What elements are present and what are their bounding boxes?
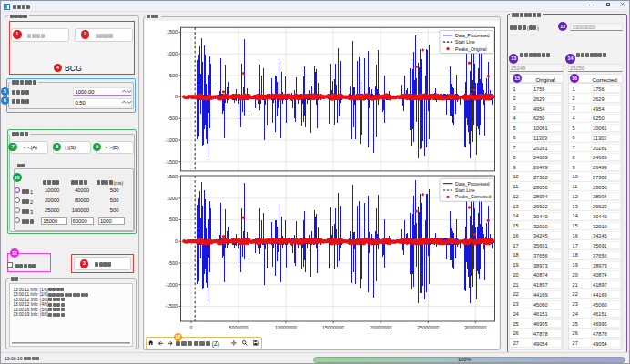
svg-text:1000: 1000 bbox=[167, 196, 178, 201]
svg-text:-500: -500 bbox=[168, 260, 178, 266]
svg-text:Peaks_Original: Peaks_Original bbox=[455, 46, 487, 52]
svg-text:-1000: -1000 bbox=[165, 282, 178, 288]
svg-text:1500: 1500 bbox=[167, 174, 178, 179]
svg-text:Peaks_Corrected: Peaks_Corrected bbox=[455, 194, 492, 199]
svg-text:0: 0 bbox=[175, 238, 178, 244]
svg-text:0: 0 bbox=[175, 94, 178, 99]
svg-text:-1500: -1500 bbox=[165, 303, 178, 308]
svg-text:25000000: 25000000 bbox=[417, 325, 439, 330]
svg-text:500: 500 bbox=[169, 73, 178, 78]
svg-text:-1500: -1500 bbox=[165, 159, 178, 165]
svg-text:5000000: 5000000 bbox=[229, 325, 248, 330]
svg-text:Data_Processed: Data_Processed bbox=[455, 33, 490, 38]
svg-text:10000000: 10000000 bbox=[275, 325, 297, 330]
svg-text:20000000: 20000000 bbox=[370, 325, 391, 330]
svg-text:0: 0 bbox=[189, 325, 192, 330]
svg-text:Data_Processed: Data_Processed bbox=[455, 181, 490, 187]
svg-text:15000000: 15000000 bbox=[322, 325, 344, 330]
svg-text:-1000: -1000 bbox=[165, 137, 178, 143]
svg-text:-500: -500 bbox=[168, 116, 178, 121]
svg-text:1500: 1500 bbox=[167, 29, 178, 35]
svg-text:500: 500 bbox=[169, 217, 178, 222]
svg-text:30000000: 30000000 bbox=[464, 325, 486, 330]
svg-text:Start Line: Start Line bbox=[455, 39, 475, 45]
svg-text:1000: 1000 bbox=[167, 51, 178, 56]
svg-text:Start Line: Start Line bbox=[455, 187, 475, 193]
